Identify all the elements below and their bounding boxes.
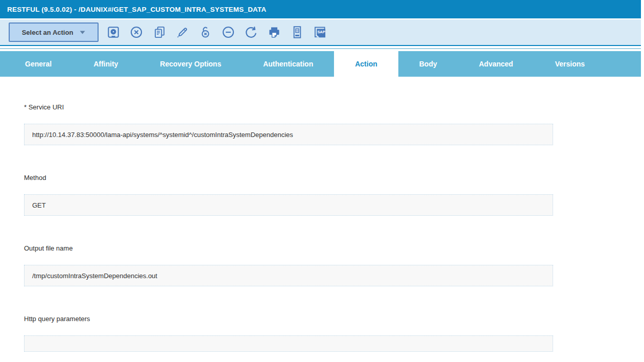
toolbar: Select an Action <box>0 19 641 46</box>
service-uri-label: * Service URI <box>24 103 553 111</box>
caret-down-icon <box>80 31 85 34</box>
svg-text:SAP: SAP <box>317 30 325 34</box>
action-tab-panel: * Service URI http://10.14.37.83:50000/l… <box>0 77 644 352</box>
edit-button[interactable] <box>175 25 190 40</box>
service-uri-field[interactable]: http://10.14.37.83:50000/lama-api/system… <box>24 124 553 145</box>
print-icon <box>267 25 281 39</box>
redo-icon <box>244 25 258 39</box>
tab-versions[interactable]: Versions <box>534 51 606 77</box>
unlock-button[interactable] <box>198 25 213 40</box>
edit-icon <box>175 25 189 39</box>
window-title: RESTFUL (9.5.0.02) - /DAUNIX#/GET_SAP_CU… <box>7 6 266 13</box>
sap-button[interactable]: SAP <box>313 25 328 40</box>
tab-affinity[interactable]: Affinity <box>73 51 139 77</box>
tab-recovery-options[interactable]: Recovery Options <box>139 51 242 77</box>
output-file-name-label: Output file name <box>24 244 553 252</box>
method-label: Method <box>24 174 553 182</box>
cancel-icon <box>129 25 144 39</box>
http-query-parameters-label: Http query parameters <box>24 315 553 323</box>
tab-general[interactable]: General <box>4 51 73 77</box>
save-icon <box>106 25 121 39</box>
tab-bar: General Affinity Recovery Options Authen… <box>0 51 641 77</box>
select-action-dropdown[interactable]: Select an Action <box>9 22 99 42</box>
unlock-icon <box>198 25 212 39</box>
method-field[interactable]: GET <box>24 194 553 216</box>
remove-icon <box>221 25 235 39</box>
form-group-http-query-parameters: Http query parameters <box>24 315 553 352</box>
tab-authentication[interactable]: Authentication <box>242 51 334 77</box>
report-button[interactable] <box>290 25 305 40</box>
tab-advanced[interactable]: Advanced <box>458 51 534 77</box>
copy-button[interactable] <box>152 25 167 40</box>
form-group-method: Method GET <box>24 174 553 216</box>
sap-icon: SAP <box>313 25 327 39</box>
form-group-output-file-name: Output file name /tmp/customIntraSystemD… <box>24 244 553 286</box>
report-icon <box>290 25 304 39</box>
cancel-button[interactable] <box>129 25 144 40</box>
print-button[interactable] <box>267 25 282 40</box>
copy-icon <box>152 25 166 39</box>
form-group-service-uri: * Service URI http://10.14.37.83:50000/l… <box>24 103 553 145</box>
toolbar-icon-group: SAP <box>106 25 328 40</box>
http-query-parameters-field[interactable] <box>24 335 553 352</box>
select-action-label: Select an Action <box>22 29 74 36</box>
redo-button[interactable] <box>244 25 259 40</box>
output-file-name-field[interactable]: /tmp/customIntraSystemDependencies.out <box>24 265 553 286</box>
save-button[interactable] <box>106 25 121 40</box>
remove-button[interactable] <box>221 25 236 40</box>
tab-action[interactable]: Action <box>334 51 398 77</box>
tab-body[interactable]: Body <box>398 51 458 77</box>
window-title-bar: RESTFUL (9.5.0.02) - /DAUNIX#/GET_SAP_CU… <box>0 0 641 18</box>
